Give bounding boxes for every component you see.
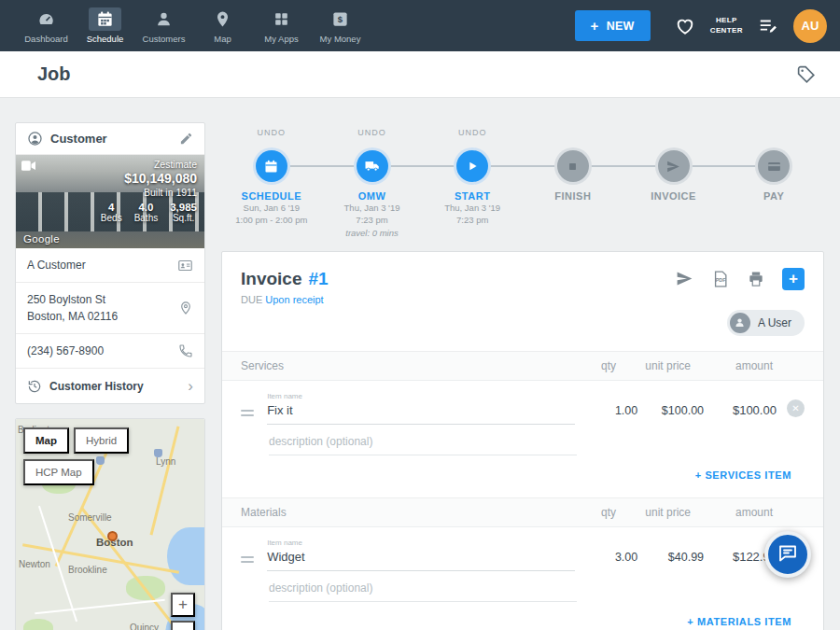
service-unit-price-value[interactable]: $100.00 (637, 404, 704, 425)
finish-step-icon[interactable] (557, 150, 589, 182)
nav-item-my-apps[interactable]: My Apps (252, 0, 311, 51)
help-center-line2: CENTER (710, 26, 743, 36)
user-avatar[interactable]: AU (793, 9, 827, 43)
drag-handle-icon[interactable] (241, 409, 254, 418)
customer-name-row: A Customer (16, 248, 204, 283)
chat-bubble-button[interactable] (764, 531, 811, 578)
zoom-out-button[interactable]: − (171, 621, 195, 630)
nav-item-schedule[interactable]: Schedule (76, 0, 134, 51)
sqft-value: 3,985 (170, 202, 197, 213)
material-unit-price-value[interactable]: $40.99 (637, 551, 704, 571)
customer-phone-row: (234) 567-8900 (16, 334, 204, 369)
material-qty-value[interactable]: 3.00 (588, 551, 637, 571)
undo-schedule-link[interactable]: UNDO (258, 128, 287, 139)
schedule-step-icon[interactable] (256, 150, 287, 182)
map-widget: Burlington Lynn Somerville Boston Brookl… (15, 418, 205, 630)
nav-item-dashboard[interactable]: Dashboard (17, 0, 76, 51)
sqft-stat: 3,985 Sq.ft. (170, 202, 197, 223)
customer-history-link[interactable]: Customer History › (16, 369, 204, 403)
map-label: Newton (19, 559, 50, 569)
material-description-input[interactable] (269, 581, 577, 602)
nav-item-map[interactable]: Map (193, 0, 252, 51)
notes-pencil-icon[interactable] (758, 16, 778, 36)
service-description-row (222, 425, 823, 455)
baths-label: Baths (134, 213, 159, 223)
service-qty-value[interactable]: 1.00 (588, 404, 637, 425)
qty-column-header: qty (560, 359, 616, 372)
undo-omw-link[interactable]: UNDO (357, 128, 386, 139)
page-header: Job (0, 51, 840, 98)
job-tags-icon[interactable] (796, 64, 816, 84)
zestimate-label: Zestimate (101, 159, 197, 170)
zoom-in-button[interactable]: + (171, 593, 195, 617)
add-invoice-button[interactable]: + (782, 268, 805, 290)
job-location-marker[interactable] (107, 531, 118, 541)
invoice-actions: PDF + (675, 268, 805, 290)
edit-pencil-icon[interactable] (179, 132, 193, 146)
invoice-due-line: DUE Upon receipt (241, 294, 805, 305)
print-icon[interactable] (747, 270, 765, 288)
credit-card-step-icon[interactable] (758, 150, 790, 182)
unit-price-column-header: unit price (616, 506, 691, 519)
truck-step-icon[interactable] (357, 150, 388, 182)
services-section-title: Services (241, 359, 560, 372)
service-description-input[interactable] (269, 435, 577, 455)
map-type-button-map[interactable]: Map (23, 427, 69, 454)
map-type-button-hcp[interactable]: HCP Map (23, 459, 94, 485)
invoice-number[interactable]: #1 (308, 269, 328, 289)
step-date: Thu, Jan 3 '19 (344, 202, 400, 214)
new-button[interactable]: + NEW (575, 10, 651, 41)
property-stats: 4 Beds 4.0 Baths 3,985 Sq.ft. (101, 202, 197, 223)
beds-value: 4 (101, 202, 122, 213)
money-icon: $ (324, 7, 357, 31)
new-button-label: NEW (607, 20, 635, 33)
customer-phone: (234) 567-8900 (27, 343, 178, 359)
material-name-input[interactable] (267, 550, 575, 571)
step-travel-time: travel: 0 mins (345, 227, 399, 239)
step-time: 7:23 pm (456, 214, 488, 226)
add-services-item-link[interactable]: + SERVICES ITEM (695, 469, 791, 481)
send-step-icon[interactable] (658, 150, 690, 182)
services-header-bar: Services qty unit price amount (222, 351, 823, 381)
materials-section-title: Materials (241, 506, 560, 519)
play-step-icon[interactable] (456, 150, 488, 182)
map-type-button-hybrid[interactable]: Hybrid (74, 427, 129, 454)
dollar-glyph: $ (338, 14, 343, 24)
contact-card-icon[interactable] (177, 258, 193, 273)
nav-label: My Money (320, 34, 361, 44)
help-center-link[interactable]: HELP CENTER (710, 16, 743, 36)
location-pin-icon[interactable] (178, 301, 193, 315)
invoice-title-row: Invoice #1 PDF + (241, 268, 805, 290)
add-materials-item-link[interactable]: + MATERIALS ITEM (687, 616, 791, 627)
nav-item-customers[interactable]: Customers (134, 0, 193, 51)
drag-handle-icon[interactable] (241, 555, 254, 565)
step-date: Thu, Jan 3 '19 (444, 202, 500, 214)
pdf-icon[interactable]: PDF (711, 270, 730, 288)
address-line2: Boston, MA 02116 (27, 308, 178, 325)
step-time: 1:00 pm - 2:00 pm (235, 214, 307, 226)
step-finish: FINISH (523, 128, 623, 239)
step-start: UNDO START Thu, Jan 3 '19 7:23 pm (422, 128, 523, 239)
google-watermark: Google (23, 233, 60, 245)
amount-column-header: amount (691, 506, 773, 519)
due-label: DUE (241, 294, 262, 305)
send-invoice-icon[interactable] (675, 269, 694, 288)
remove-item-icon[interactable]: ✕ (787, 399, 805, 417)
assignee-chip[interactable]: A User (727, 310, 805, 336)
add-material-row: + MATERIALS ITEM (222, 602, 823, 630)
nav-item-my-money[interactable]: $ My Money (311, 0, 370, 51)
history-icon (27, 379, 42, 394)
due-terms-link[interactable]: Upon receipt (265, 294, 323, 305)
step-label: PAY (763, 190, 784, 202)
phone-icon[interactable] (178, 343, 193, 358)
service-name-input[interactable] (267, 403, 575, 425)
remove-cell: ✕ (777, 399, 805, 425)
service-amount-value: $100.00 (704, 403, 777, 425)
nav-label: Dashboard (24, 34, 67, 44)
dashboard-icon (30, 7, 63, 31)
customers-icon (147, 7, 180, 31)
heart-icon[interactable] (675, 16, 695, 36)
undo-start-link[interactable]: UNDO (458, 128, 487, 139)
nav-label: My Apps (264, 34, 298, 44)
map-label: Quincy (130, 623, 159, 630)
